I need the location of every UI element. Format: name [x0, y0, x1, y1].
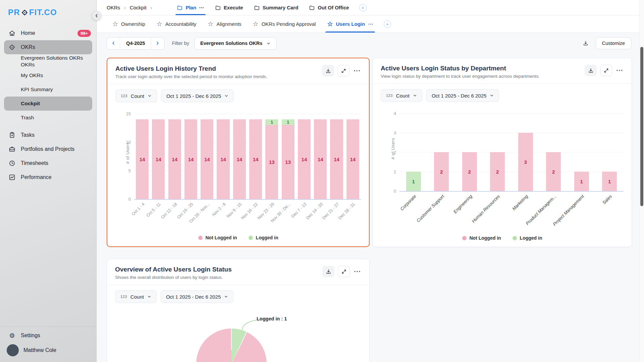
chevron-down-icon	[148, 94, 152, 98]
bar[interactable]: 14	[233, 114, 246, 199]
more-options-button[interactable]	[615, 69, 624, 71]
card-login-status-overview[interactable]: Overview of Active Users Login Status Sh…	[107, 259, 370, 362]
tab-execute[interactable]: Execute	[210, 0, 249, 15]
x-axis-label: Nov 2 - 8	[211, 202, 227, 217]
bar[interactable]: 14	[217, 114, 229, 199]
bar[interactable]: 14	[298, 114, 311, 199]
bar[interactable]: 14	[136, 114, 149, 199]
legend-item[interactable]: Logged in	[513, 235, 542, 241]
date-range-dropdown[interactable]: Oct 1 2025 - Dec 6 2025	[161, 290, 233, 303]
tab-summary-card[interactable]: Summary Card	[249, 0, 304, 15]
page-scrollbar[interactable]	[639, 0, 644, 362]
sidebar-subitem-kpi-summary[interactable]: KPI Summary	[0, 82, 96, 97]
bar[interactable]: 14	[184, 114, 197, 199]
user-menu[interactable]: Matthew Cole	[0, 343, 96, 358]
bar[interactable]: 2	[462, 113, 477, 191]
more-options-button[interactable]	[353, 70, 361, 72]
expand-chart-button[interactable]	[338, 266, 350, 277]
card-login-history-trend[interactable]: Active Users Login History Trend Track u…	[107, 58, 370, 247]
bar[interactable]: 2	[434, 113, 449, 191]
tab-accountability[interactable]: ☆Accountability	[151, 15, 202, 33]
sidebar-item-settings[interactable]: ⚙ Settings	[0, 328, 96, 343]
bar-slot: 3Marketing	[512, 113, 540, 191]
add-view-button[interactable]: +	[384, 20, 391, 28]
bar[interactable]: 2	[546, 113, 561, 191]
sidebar-item-timesheets[interactable]: Timesheets	[0, 156, 96, 170]
bar[interactable]: 1	[602, 113, 617, 191]
download-dashboard-button[interactable]	[582, 40, 589, 47]
user-name: Matthew Cole	[23, 347, 56, 353]
sidebar-item-performance[interactable]: Performance	[0, 170, 96, 184]
download-chart-button[interactable]	[322, 65, 334, 76]
legend-item[interactable]: Logged in	[249, 235, 278, 240]
more-options-button[interactable]	[353, 270, 361, 273]
tab-okrs-pending-approval[interactable]: ☆OKRs Pending Approval	[247, 15, 322, 33]
customize-button[interactable]: Customize	[596, 37, 632, 49]
next-period-button[interactable]	[151, 38, 164, 49]
bar[interactable]: 14	[168, 114, 181, 199]
prev-period-button[interactable]	[107, 38, 120, 49]
metric-dropdown[interactable]: 123 Count	[115, 290, 157, 303]
tab-more-icon[interactable]: ⋯	[368, 21, 373, 27]
legend-item[interactable]: Not Logged in	[462, 235, 501, 241]
bar[interactable]: 14	[346, 114, 359, 199]
sidebar-item-portfolios-and-projects[interactable]: Portfolios and Projects	[0, 142, 96, 156]
okr-filter-dropdown[interactable]: Evergreen Solutions OKRs	[195, 37, 276, 50]
breadcrumb-cockpit[interactable]: Cockpit	[130, 5, 147, 10]
main-area: OKRs › Cockpit › Plan⋯ExecuteSummary Car…	[97, 0, 644, 362]
sidebar-subitem-trash[interactable]: Trash	[0, 111, 96, 125]
metric-value: Count	[130, 294, 144, 300]
bar[interactable]: 14	[249, 114, 262, 199]
bar-value-label: 14	[188, 157, 194, 162]
x-axis-label: Dec 14 - 20	[305, 202, 324, 221]
scrollbar-thumb[interactable]	[640, 47, 643, 206]
metric-dropdown[interactable]: 123 Count	[115, 89, 157, 102]
card-login-status-by-department[interactable]: Active Users Login Status by Department …	[372, 58, 632, 247]
bar[interactable]: 14	[314, 114, 327, 199]
bar[interactable]: 14	[201, 114, 213, 199]
download-chart-button[interactable]	[322, 266, 334, 277]
metric-dropdown[interactable]: 123 Count	[381, 89, 422, 102]
bar-value-label: 1	[412, 179, 415, 184]
sidebar-subitem-my-okrs[interactable]: My OKRs	[0, 68, 96, 82]
date-range-dropdown[interactable]: Oct 1 2025 - Dec 6 2025	[426, 89, 499, 102]
tab-plan[interactable]: Plan⋯	[171, 0, 210, 15]
sidebar-collapse-button[interactable]	[92, 11, 101, 20]
chart-controls: 123 Count Oct 1 2025 - Dec 6 2025	[381, 89, 624, 102]
sidebar-subitem-evergreen-solutions-okrs-okrs[interactable]: Evergreen Solutions OKRs OKRs	[0, 54, 91, 68]
bar[interactable]: 1	[406, 113, 421, 191]
bar[interactable]: 113	[282, 114, 294, 199]
bar-value-label: 14	[350, 157, 356, 162]
legend-label: Logged in	[520, 235, 542, 241]
bar[interactable]: 3	[518, 113, 533, 191]
x-axis-label: Sales	[601, 194, 613, 205]
expand-chart-button[interactable]	[337, 65, 350, 76]
tab-out-of-office[interactable]: Out Of Office	[304, 0, 354, 15]
breadcrumb-okrs[interactable]: OKRs	[107, 5, 120, 10]
add-tab-button[interactable]: +	[359, 4, 367, 11]
sidebar-item-okrs[interactable]: OKRs	[4, 40, 92, 54]
tab-alignments[interactable]: ☆Alignments	[202, 15, 247, 33]
date-range-dropdown[interactable]: Oct 1 2025 - Dec 6 2025	[161, 89, 234, 102]
expand-chart-button[interactable]	[600, 65, 612, 76]
bar[interactable]: 14	[330, 114, 343, 199]
bar[interactable]: 14	[152, 114, 165, 199]
tab-users-login[interactable]: ☆Users Login⋯	[321, 15, 379, 33]
bar-value-label: 2	[496, 169, 499, 175]
legend-item[interactable]: Not Logged in	[198, 235, 237, 240]
chart-legend: Not Logged inLogged in	[381, 235, 624, 241]
bar[interactable]: 113	[265, 114, 278, 199]
bar[interactable]: 1	[574, 113, 589, 191]
bar-segment: 14	[346, 119, 359, 199]
bar-slot: 1Sales	[596, 113, 624, 191]
tab-more-icon[interactable]: ⋯	[199, 5, 204, 11]
sidebar-item-tasks[interactable]: Tasks	[0, 128, 96, 142]
download-chart-button[interactable]	[585, 65, 597, 76]
filter-by-label: Filter by	[172, 41, 189, 46]
tab-ownership[interactable]: ☆Ownership	[107, 15, 151, 33]
sidebar-subitem-cockpit[interactable]: Cockpit	[4, 97, 92, 111]
star-icon: ☆	[253, 21, 259, 27]
sidebar-item-home[interactable]: Home99+	[0, 26, 96, 40]
app-root: PR FIT.CO Home99+OKRsEvergreen Solutions…	[0, 0, 644, 362]
bar[interactable]: 2	[490, 113, 505, 191]
